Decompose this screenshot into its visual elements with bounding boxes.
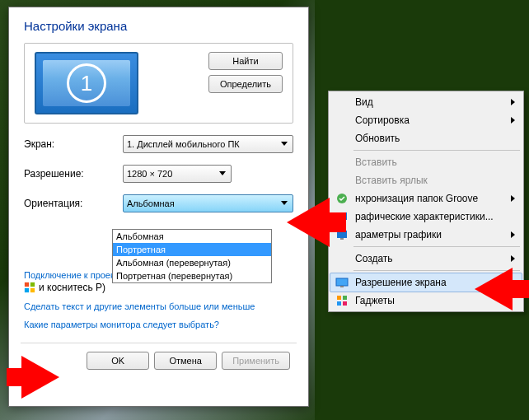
svg-rect-9 — [336, 278, 348, 286]
arrow-annotation-resolution-menu — [475, 268, 513, 310]
monitor-preview-box: 1 Найти Определить — [24, 43, 293, 124]
context-menu-item-label: араметры графики — [355, 229, 442, 240]
context-menu-item[interactable]: Создать — [330, 250, 522, 268]
context-menu-item[interactable]: рафические характеристики... — [330, 208, 522, 226]
dialog-title: Настройки экрана — [24, 19, 293, 33]
divider — [21, 343, 297, 343]
context-menu-item-label: Обновить — [355, 133, 400, 144]
screen-label: Экран: — [24, 138, 123, 150]
context-menu-item-label: Вставить — [355, 156, 397, 168]
svg-rect-13 — [337, 301, 341, 306]
identify-button[interactable]: Определить — [208, 75, 283, 93]
cancel-button[interactable]: Отмена — [154, 352, 217, 370]
context-menu-item: Вставить — [330, 153, 522, 171]
display-settings-dialog: Настройки экрана 1 Найти Определить Экра… — [8, 7, 309, 407]
orientation-label: Ориентация: — [24, 198, 123, 209]
svg-rect-8 — [340, 238, 344, 240]
svg-rect-1 — [30, 282, 35, 287]
context-menu-item-label: Разрешение экрана — [355, 277, 447, 288]
orientation-option[interactable]: Альбомная — [113, 230, 271, 243]
arrow-annotation-orientation — [287, 198, 330, 247]
screen-combo[interactable]: 1. Дисплей мобильного ПК — [123, 135, 293, 153]
svg-rect-11 — [337, 296, 341, 300]
context-menu-item-label: Гаджеты — [355, 295, 395, 306]
context-menu-item[interactable]: араметры графики — [330, 226, 522, 244]
orientation-option[interactable]: Альбомная (перевернутая) — [113, 256, 271, 269]
context-menu-item-label: Создать — [355, 253, 393, 264]
connect-projector-hint: и коснитесь P) — [39, 282, 105, 293]
resolution-icon — [335, 276, 349, 289]
gadgets-icon — [335, 294, 349, 307]
monitor-number: 1 — [67, 63, 106, 103]
orientation-option[interactable]: Портретная — [113, 243, 271, 256]
apply-button[interactable]: Применить — [222, 352, 290, 370]
context-menu-item[interactable]: нхронизация папок Groove — [330, 189, 522, 208]
svg-rect-12 — [343, 296, 347, 300]
context-menu-item-label: рафические характеристики... — [355, 211, 494, 222]
context-menu-item: Вставить ярлык — [330, 171, 522, 189]
svg-rect-3 — [30, 288, 35, 292]
context-menu-item[interactable]: Вид — [330, 93, 522, 111]
arrow-annotation-ok — [21, 356, 59, 399]
svg-rect-10 — [340, 286, 344, 287]
context-menu-item-label: нхронизация папок Groove — [355, 193, 478, 204]
resolution-combo[interactable]: 1280 × 720 — [123, 165, 232, 183]
context-menu-item[interactable]: Обновить — [330, 129, 522, 147]
ok-button[interactable]: OK — [87, 352, 149, 370]
context-menu-item-label: Вставить ярлык — [355, 175, 428, 186]
groove-icon — [335, 192, 349, 205]
svg-rect-0 — [25, 282, 29, 287]
context-menu-item[interactable]: Сортировка — [330, 111, 522, 129]
text-size-link[interactable]: Сделать текст и другие элементы больше и… — [24, 301, 293, 311]
svg-rect-14 — [343, 301, 347, 306]
monitor-params-link[interactable]: Какие параметры монитора следует выбрать… — [24, 320, 293, 329]
orientation-combo[interactable]: Альбомная — [123, 194, 293, 212]
context-menu-separator — [353, 150, 520, 151]
resolution-label: Разрешение: — [24, 168, 123, 180]
context-menu-item-label: Вид — [355, 96, 373, 108]
context-menu-separator — [353, 246, 520, 247]
find-button[interactable]: Найти — [208, 52, 283, 70]
svg-rect-2 — [25, 288, 29, 292]
orientation-dropdown-list[interactable]: АльбомнаяПортретнаяАльбомная (перевернут… — [112, 229, 272, 283]
windows-flag-icon — [24, 282, 35, 293]
context-menu-item-label: Сортировка — [355, 114, 410, 126]
orientation-option[interactable]: Портретная (перевернутая) — [113, 269, 271, 282]
monitor-thumbnail[interactable]: 1 — [35, 52, 138, 114]
